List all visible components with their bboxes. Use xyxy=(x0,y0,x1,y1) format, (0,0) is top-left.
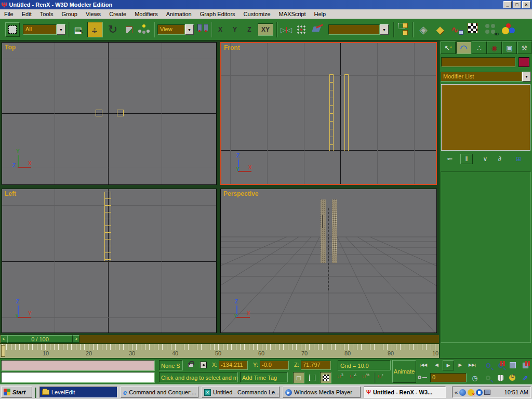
spinner-snap-button[interactable]: ∩↕ xyxy=(377,372,389,383)
scene-object-textured-column[interactable] xyxy=(321,200,326,263)
close-button[interactable]: × xyxy=(522,1,530,8)
menu-graph-editors[interactable]: Graph Editors xyxy=(196,10,240,18)
unwrap-uvw-button[interactable]: ◆ xyxy=(432,22,448,37)
select-and-manipulate-button[interactable] xyxy=(137,23,151,36)
network-tray-icon[interactable] xyxy=(484,390,490,395)
menu-animation[interactable]: Animation xyxy=(162,10,196,18)
restrict-y-button[interactable]: Y xyxy=(229,23,241,36)
viewport-front-label[interactable]: Front xyxy=(224,44,240,51)
viewport-front[interactable]: Front Z X Y xyxy=(220,42,437,185)
scene-object-plain-column[interactable] xyxy=(344,74,349,151)
tab-modify[interactable]: ◠ xyxy=(456,42,471,54)
play-button[interactable]: ▶ xyxy=(443,360,454,370)
current-frame-field[interactable]: 0 xyxy=(430,373,467,382)
material-id-button[interactable]: ID xyxy=(484,23,499,36)
minimize-button[interactable]: _ xyxy=(503,1,512,8)
show-end-result-button[interactable]: ‖ xyxy=(460,154,473,164)
viewport-top-label[interactable]: Top xyxy=(5,44,16,51)
selection-filter-dropdown[interactable]: All ▼ xyxy=(23,24,65,35)
menu-file[interactable]: File xyxy=(0,10,18,18)
object-name-field[interactable] xyxy=(441,57,515,67)
go-to-start-button[interactable]: |◀◀ xyxy=(418,360,429,370)
title-bar[interactable]: Ψ Untitled - RenX - W3D Modeler Edition … xyxy=(0,0,532,9)
pin-stack-button[interactable]: ⊸ xyxy=(444,154,456,164)
render-button[interactable] xyxy=(501,23,516,36)
time-slider-handle[interactable]: 0 / 100 xyxy=(7,335,73,343)
select-and-scale-button[interactable] xyxy=(123,23,135,36)
start-button[interactable]: Start xyxy=(1,387,32,398)
menu-edit[interactable]: Edit xyxy=(18,10,36,18)
menu-create[interactable]: Create xyxy=(105,10,130,18)
scene-object-ladder-column[interactable] xyxy=(104,192,111,261)
x-coord-field[interactable]: -134.211 xyxy=(219,361,248,370)
region-zoom-button[interactable] xyxy=(482,373,494,383)
taskbar-task-renx-active[interactable]: Ψ Untitled - RenX - W3... xyxy=(364,387,446,398)
time-slider-prev-button[interactable]: < xyxy=(1,335,7,343)
globe-tray-icon[interactable] xyxy=(459,389,466,396)
zoom-all-button[interactable] xyxy=(495,360,506,370)
tab-display[interactable]: ▣ xyxy=(502,42,517,54)
z-coord-field[interactable]: 71.797 xyxy=(301,361,331,370)
y-coord-field[interactable]: -0.0 xyxy=(260,361,289,370)
track-bar-marker[interactable] xyxy=(1,345,5,357)
named-selection-dropdown[interactable]: ▼ xyxy=(328,24,389,35)
document-tray-icon[interactable] xyxy=(476,389,483,396)
viewport-top[interactable]: Top Y X Z xyxy=(2,42,217,185)
chevron-down-icon[interactable]: ▼ xyxy=(380,24,389,35)
select-by-name-button[interactable]: ▤ ↖ xyxy=(72,23,86,36)
snaps-dotted-button[interactable] xyxy=(307,372,318,383)
reference-coordsys-dropdown[interactable]: View ▼ xyxy=(157,24,194,35)
selection-lock-button[interactable] xyxy=(185,360,196,370)
pan-button[interactable] xyxy=(495,373,506,383)
remove-modifier-button[interactable]: ∂ xyxy=(494,154,506,164)
use-pivot-center-button[interactable] xyxy=(196,22,210,37)
menu-customize[interactable]: Customize xyxy=(240,10,275,18)
scene-object-textured-column[interactable] xyxy=(332,200,337,263)
mirror-button[interactable]: ▷◁ xyxy=(280,23,293,36)
key-mode-toggle-button[interactable] xyxy=(417,373,428,383)
taskbar-task-command-and-conquer[interactable]: e Command and Conquer:... xyxy=(121,387,198,398)
viewport-perspective[interactable]: Perspective xyxy=(220,189,437,333)
go-to-end-button[interactable]: ▶▶| xyxy=(467,360,478,370)
track-bar[interactable]: 10 20 30 40 50 60 70 80 90 10 xyxy=(0,343,439,358)
maxscript-mini-listener-white[interactable] xyxy=(1,372,155,383)
restrict-xy-plane-button[interactable]: XY xyxy=(258,23,273,36)
select-and-rotate-button[interactable]: ↻ xyxy=(105,22,121,37)
scene-object-ladder-column[interactable] xyxy=(329,74,334,151)
menu-group[interactable]: Group xyxy=(57,10,82,18)
tab-hierarchy[interactable]: ∴ xyxy=(472,42,487,54)
snaps-checker-button[interactable] xyxy=(320,372,331,383)
taskbar-task-leveledit[interactable]: LevelEdit xyxy=(39,387,117,398)
menu-tools[interactable]: Tools xyxy=(36,10,58,18)
add-time-tag[interactable]: Add Time Tag xyxy=(240,372,288,382)
zoom-extents-all-button[interactable] xyxy=(520,360,531,370)
array-button[interactable] xyxy=(295,23,308,36)
menu-modifiers[interactable]: Modifiers xyxy=(130,10,162,18)
menu-help[interactable]: Help xyxy=(310,10,330,18)
select-and-move-button[interactable]: ↔ ↕ xyxy=(87,22,103,37)
snap-3d-button[interactable]: ∩3 xyxy=(337,372,348,383)
tab-create[interactable]: ↖ * xyxy=(441,42,456,54)
viewport-left[interactable]: Left Z Y V xyxy=(2,189,217,333)
absolute-offset-toggle-button[interactable] xyxy=(198,360,210,370)
previous-frame-button[interactable]: ◀| xyxy=(431,360,443,370)
alert-tray-icon[interactable]: × xyxy=(468,389,474,396)
track-view-button[interactable]: ◈ xyxy=(416,22,431,37)
maxscript-mini-listener-pink[interactable] xyxy=(1,360,155,371)
time-slider-next-button[interactable]: > xyxy=(73,335,79,343)
edit-named-selections-button[interactable] xyxy=(397,22,410,37)
menu-maxscript[interactable]: MAXScript xyxy=(275,10,310,18)
rectangular-selection-button[interactable] xyxy=(5,22,20,37)
tab-motion[interactable]: ◉ xyxy=(487,42,502,54)
arc-rotate-button[interactable]: ↺ xyxy=(507,373,518,383)
curve-editor-button[interactable]: ∿ xyxy=(449,22,466,37)
menu-views[interactable]: Views xyxy=(82,10,105,18)
align-button[interactable] xyxy=(312,23,325,36)
chevron-down-icon[interactable]: ▼ xyxy=(522,72,531,82)
snaps-toggle-button[interactable]: □ xyxy=(293,372,304,383)
min-max-toggle-button[interactable]: ⇗ xyxy=(520,373,531,383)
next-frame-button[interactable]: |▶ xyxy=(454,360,466,370)
viewport-left-label[interactable]: Left xyxy=(5,190,16,197)
object-color-swatch[interactable] xyxy=(518,57,529,67)
material-editor-button[interactable] xyxy=(468,23,478,33)
